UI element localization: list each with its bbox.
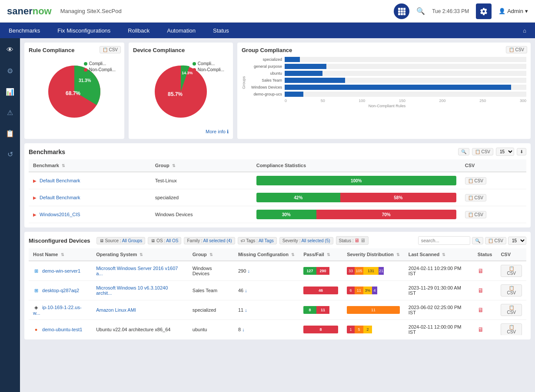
sidebar-refresh-icon[interactable]: ↺ bbox=[3, 148, 17, 161]
benchmark-link[interactable]: Default Benchmark bbox=[40, 195, 80, 200]
sidebar-chart-icon[interactable]: 📊 bbox=[3, 85, 17, 98]
misc-per-page[interactable]: 15 25 50 bbox=[508, 237, 526, 245]
expand-row-icon[interactable]: ▶ bbox=[33, 212, 37, 217]
download-icon-1[interactable]: ↓ bbox=[245, 288, 247, 293]
col-group: Group ⇅ bbox=[151, 159, 252, 172]
group-compliance-csv[interactable]: 📋 CSV bbox=[506, 46, 527, 53]
benchmarks-per-page[interactable]: 15 25 50 bbox=[496, 148, 514, 156]
os-link-2[interactable]: Amazon Linux AMI bbox=[96, 307, 136, 313]
sort-missing-icon[interactable]: ⇅ bbox=[291, 253, 295, 257]
benchmarks-download-button[interactable]: ⬇ bbox=[517, 148, 526, 155]
filter-tags[interactable]: 🏷 Tags : All Tags bbox=[238, 237, 277, 244]
sort-passfail-icon[interactable]: ⇅ bbox=[327, 253, 330, 257]
severity-bar-3: 1 5 2 bbox=[347, 326, 400, 333]
compliance-bar-row2: 30% 70% bbox=[256, 210, 456, 219]
col-compliance-stats: Compliance Statistics bbox=[252, 159, 461, 172]
misc-search-button[interactable]: 🔍 bbox=[472, 237, 483, 244]
row1-csv-button[interactable]: 📋 CSV bbox=[465, 194, 486, 201]
lastscan-cell-2: 2023-06-02 02:25:00 PM IST bbox=[404, 300, 473, 320]
expand-row-icon[interactable]: ▶ bbox=[33, 195, 37, 200]
bar-row-ubuntu: ubuntu bbox=[248, 71, 526, 76]
list-item: ● demo-ubuntu-test1 Ubuntu v22.04 archit… bbox=[29, 320, 526, 336]
misc-csv-button[interactable]: 📋 CSV bbox=[485, 237, 506, 244]
sidebar-settings-icon[interactable]: ⚙ bbox=[3, 64, 17, 77]
lastscan-cell-0: 2024-02-11 10:29:00 PM IST bbox=[404, 261, 473, 281]
bar-label-general: general purpose bbox=[248, 64, 285, 69]
benchmarks-csv-button[interactable]: 📋 CSV bbox=[472, 148, 493, 155]
passfail-cell-3: 8 bbox=[299, 320, 342, 336]
hostname-link-0[interactable]: demo-win-server1 bbox=[42, 268, 80, 273]
grid-icon-button[interactable] bbox=[394, 3, 409, 19]
admin-button[interactable]: 👤 Admin ▾ bbox=[498, 8, 528, 14]
sidebar-clipboard-icon[interactable]: 📋 bbox=[3, 127, 17, 140]
passfail-bar-3: 8 bbox=[303, 326, 338, 333]
sort-group-misc-icon[interactable]: ⇅ bbox=[209, 253, 213, 257]
sort-severity-icon[interactable]: ⇅ bbox=[396, 253, 400, 257]
nav-status[interactable]: Status bbox=[204, 23, 238, 38]
filter-os[interactable]: 🖥 OS : All OS bbox=[148, 237, 181, 244]
misc-search-input[interactable] bbox=[418, 236, 470, 245]
hostname-link-2[interactable]: ip-10-169-1-22.us-w... bbox=[33, 305, 82, 316]
sort-group-icon[interactable]: ⇅ bbox=[172, 164, 176, 168]
group-cell-0: Windows Devices bbox=[188, 261, 234, 281]
filter-source[interactable]: 🖥 Source : All Groups bbox=[96, 237, 146, 244]
sev-critical-0: 33 bbox=[347, 267, 355, 275]
non-compliant-label: Non-Compli... bbox=[89, 67, 116, 72]
sev-low-1: 4 bbox=[372, 287, 377, 294]
misc-row0-csv[interactable]: 📋 CSV bbox=[501, 265, 522, 277]
sidebar-eye-icon[interactable]: 👁 bbox=[3, 43, 17, 56]
more-info-link[interactable]: More info ℹ bbox=[133, 129, 229, 135]
rule-compliance-chart: 68.7% 31.3% Compli... Non-Compli... bbox=[29, 57, 120, 126]
logo-now: now bbox=[33, 6, 52, 17]
sort-lastscan-icon[interactable]: ⇅ bbox=[442, 253, 445, 257]
misc-table-wrapper: Host Name ⇅ Operating System ⇅ Group ⇅ bbox=[29, 248, 526, 335]
nav-automation[interactable]: Automation bbox=[158, 23, 204, 38]
misc-row1-csv[interactable]: 📋 CSV bbox=[501, 284, 522, 296]
nav-home[interactable]: ⌂ bbox=[514, 23, 535, 38]
os-link-0[interactable]: Microsoft Windows Server 2016 v1607 a... bbox=[96, 266, 178, 276]
sidebar-alert-icon[interactable]: ⚠ bbox=[3, 106, 17, 119]
misc-devices-header: Misconfigured Devices 🖥 Source : All Gro… bbox=[29, 236, 526, 245]
misc-table-header: Host Name ⇅ Operating System ⇅ Group ⇅ bbox=[29, 248, 526, 261]
sort-hostname-icon[interactable]: ⇅ bbox=[61, 253, 64, 257]
col-os: Operating System ⇅ bbox=[92, 248, 188, 261]
benchmarks-card: Benchmarks 🔍 📋 CSV 15 25 50 ⬇ B bbox=[24, 143, 531, 227]
nav-rollback[interactable]: Rollback bbox=[119, 23, 158, 38]
row2-csv-button[interactable]: 📋 CSV bbox=[465, 211, 486, 218]
col-status: Status bbox=[473, 248, 497, 261]
row0-csv-button[interactable]: 📋 CSV bbox=[465, 177, 486, 184]
group-compliance-title: Group Compliance bbox=[242, 47, 526, 53]
nav-benchmarks[interactable]: Benchmarks bbox=[0, 23, 49, 38]
download-icon-3[interactable]: ↓ bbox=[242, 327, 245, 332]
filter-severity[interactable]: Severity : All selected (5) bbox=[279, 237, 333, 244]
rule-compliance-csv[interactable]: 📋 CSV bbox=[100, 46, 121, 53]
sort-benchmark-icon[interactable]: ⇅ bbox=[62, 164, 65, 168]
benchmarks-table: Benchmark ⇅ Group ⇅ Compliance Statistic… bbox=[29, 159, 526, 223]
bar-row-windows: Windows Devices bbox=[248, 85, 526, 90]
benchmark-link[interactable]: Default Benchmark bbox=[40, 178, 80, 183]
benchmarks-search-button[interactable]: 🔍 bbox=[458, 148, 469, 155]
expand-row-icon[interactable]: ▶ bbox=[33, 178, 37, 183]
search-button[interactable]: 🔍 bbox=[416, 7, 425, 15]
hostname-link-1[interactable]: desktop-q287aq2 bbox=[42, 288, 79, 293]
download-icon-0[interactable]: ↓ bbox=[247, 268, 250, 273]
benchmark-name-cell: ▶ Default Benchmark bbox=[29, 189, 151, 206]
dev-legend-non-compliant: Non-Compli... bbox=[193, 67, 224, 72]
misc-row2-csv[interactable]: 📋 CSV bbox=[501, 304, 522, 316]
settings-button[interactable] bbox=[476, 3, 492, 19]
legend-non-compliant: Non-Compli... bbox=[84, 67, 116, 72]
nav-fix-misconfigurations[interactable]: Fix Misconfigurations bbox=[49, 23, 119, 38]
sort-os-icon[interactable]: ⇅ bbox=[140, 253, 143, 257]
managing-text: Managing SiteX.SecPod bbox=[60, 8, 394, 14]
y-axis-label: Groups bbox=[242, 57, 246, 108]
filter-family[interactable]: Family : All selected (4) bbox=[184, 237, 235, 244]
os-link-1[interactable]: Microsoft Windows 10 v6.3.10240 archit..… bbox=[96, 285, 168, 296]
benchmark-link[interactable]: Windows2016_CIS bbox=[40, 212, 80, 217]
download-icon-2[interactable]: ↓ bbox=[245, 307, 247, 313]
group-cell: Test-Linux bbox=[151, 172, 252, 189]
filter-status[interactable]: Status : 🖥 🖥 bbox=[336, 236, 369, 245]
hostname-link-3[interactable]: demo-ubuntu-test1 bbox=[42, 327, 82, 332]
linux-os-icon-2: ◈ bbox=[33, 304, 39, 310]
misc-row3-csv[interactable]: 📋 CSV bbox=[501, 323, 522, 335]
compliance-bar-cell: 42% 58% bbox=[252, 189, 461, 206]
